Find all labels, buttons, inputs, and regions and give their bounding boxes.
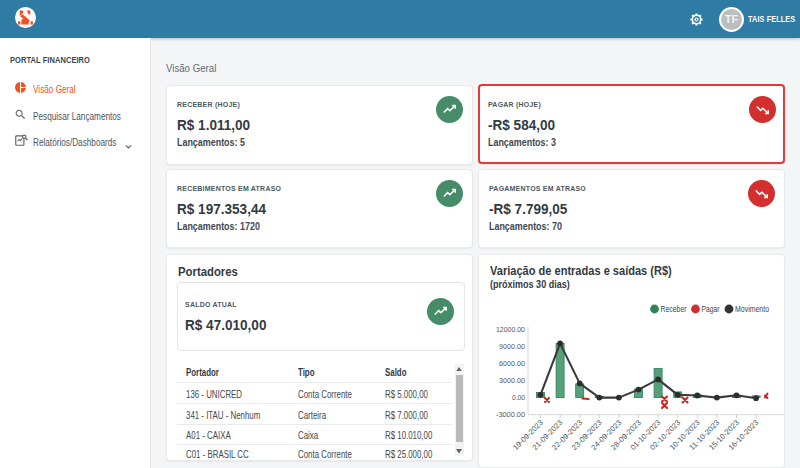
svg-text:-3000.00: -3000.00 <box>496 410 525 419</box>
svg-text:3000.00: 3000.00 <box>499 376 525 385</box>
svg-text:6000.00: 6000.00 <box>499 359 525 368</box>
svg-text:Movimento: Movimento <box>735 303 769 314</box>
svg-text:0.00: 0.00 <box>512 393 525 402</box>
svg-text:12000.00: 12000.00 <box>496 325 525 334</box>
svg-text:9000.00: 9000.00 <box>499 342 525 351</box>
svg-text:Receber: Receber <box>661 303 687 314</box>
svg-text:Pagar: Pagar <box>702 303 720 314</box>
